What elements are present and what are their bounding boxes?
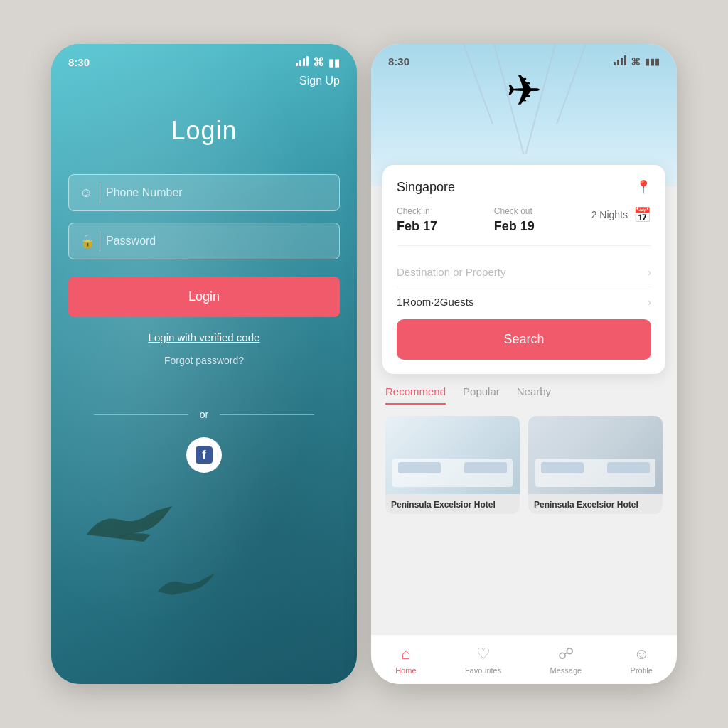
heart-icon: ♡: [476, 645, 491, 663]
destination-row[interactable]: Destination or Property ›: [397, 257, 651, 287]
property-card-2[interactable]: Peninsula Excelsior Hotel: [528, 416, 663, 514]
checkin-date: Feb 17: [397, 219, 494, 234]
checkout-block: Check out Feb 19: [494, 206, 592, 234]
battery-icon: ▮▮: [328, 57, 340, 68]
destination-text: Destination or Property: [397, 266, 505, 278]
nav-home[interactable]: ⌂ Home: [395, 645, 416, 675]
property-cards-row: Peninsula Excelsior Hotel Peninsula Exce…: [371, 410, 677, 520]
tabs-row: Recommend Popular Nearby: [371, 374, 677, 410]
login-title: Login: [51, 116, 357, 146]
lock-icon: 🔒: [80, 233, 95, 249]
nights-block: 2 Nights 📅: [592, 206, 651, 223]
calendar-icon: 📅: [633, 206, 651, 223]
app-container: 8:30 ⌘ ▮▮ Sign Up Login ☺: [23, 16, 705, 712]
status-bar-left: 8:30 ⌘ ▮▮: [51, 44, 357, 75]
status-bar-right: 8:30 ⌘ ▮▮▮: [371, 44, 677, 73]
login-phone: 8:30 ⌘ ▮▮ Sign Up Login ☺: [51, 44, 357, 684]
verified-code-link[interactable]: Login with verified code: [51, 331, 357, 343]
facebook-icon: f: [196, 446, 213, 464]
home-icon: ⌂: [401, 645, 410, 663]
search-button[interactable]: Search: [397, 319, 651, 360]
phone-input-group: ☺: [68, 174, 340, 211]
location-row: Singapore 📍: [397, 179, 651, 195]
tab-popular[interactable]: Popular: [463, 385, 500, 405]
status-icons-left: ⌘ ▮▮: [296, 55, 340, 69]
profile-icon: ☺: [633, 645, 649, 663]
login-button[interactable]: Login: [68, 277, 340, 317]
card-image-2: [528, 416, 663, 494]
tab-nearby[interactable]: Nearby: [517, 385, 551, 405]
nav-message-label: Message: [550, 666, 582, 675]
shark2-icon: [158, 570, 215, 599]
signal-icon-right: [614, 55, 626, 68]
location-pin-icon: 📍: [636, 179, 651, 195]
password-input[interactable]: [68, 223, 340, 259]
wifi-icon-right: ⌘: [631, 56, 641, 68]
tab-recommend[interactable]: Recommend: [385, 385, 446, 405]
input-divider: [100, 183, 100, 203]
signup-link[interactable]: Sign Up: [51, 75, 357, 87]
input-divider-2: [100, 231, 100, 251]
password-input-group: 🔒: [68, 223, 340, 259]
social-buttons: f: [51, 437, 357, 473]
nav-message[interactable]: ☍ Message: [550, 645, 582, 675]
search-card: Singapore 📍 Check in Feb 17 Check out Fe…: [382, 165, 665, 374]
card-image-1: [385, 416, 520, 494]
checkin-label: Check in: [397, 206, 494, 216]
or-text: or: [200, 409, 208, 420]
bottom-nav: ⌂ Home ♡ Favourites ☍ Message ☺ Profile: [371, 634, 677, 684]
time-left: 8:30: [68, 56, 90, 68]
signal-icon: [296, 56, 309, 68]
nav-profile[interactable]: ☺ Profile: [631, 645, 653, 675]
status-icons-right: ⌘ ▮▮▮: [614, 55, 660, 68]
property-name-2: Peninsula Excelsior Hotel: [528, 494, 663, 514]
chevron-right-icon: ›: [648, 267, 651, 278]
dates-row: Check in Feb 17 Check out Feb 19 2 Night…: [397, 206, 651, 246]
user-icon: ☺: [80, 186, 92, 200]
wifi-icon: ⌘: [313, 55, 324, 69]
location-text: Singapore: [397, 180, 455, 195]
time-right: 8:30: [388, 55, 410, 68]
rooms-row[interactable]: 1Room·2Guests ›: [397, 287, 651, 319]
nights-text: 2 Nights: [592, 209, 628, 220]
nav-favourites[interactable]: ♡ Favourites: [465, 645, 501, 675]
property-name-1: Peninsula Excelsior Hotel: [385, 494, 520, 514]
shark1-icon: [87, 499, 172, 542]
battery-icon-right: ▮▮▮: [645, 57, 660, 67]
checkout-date: Feb 19: [494, 219, 592, 234]
home-phone: ✈ 8:30 ⌘ ▮▮▮ Singapore 📍: [371, 44, 677, 684]
nav-favourites-label: Favourites: [465, 666, 501, 675]
checkout-label: Check out: [494, 206, 592, 216]
or-line-left: [94, 414, 188, 415]
rooms-text: 1Room·2Guests: [397, 296, 473, 308]
facebook-button[interactable]: f: [186, 437, 222, 473]
or-divider: or: [94, 409, 314, 420]
message-icon: ☍: [558, 645, 574, 663]
nav-home-label: Home: [395, 666, 416, 675]
property-card-1[interactable]: Peninsula Excelsior Hotel: [385, 416, 520, 514]
forgot-password-link[interactable]: Forgot password?: [51, 355, 357, 366]
checkin-block: Check in Feb 17: [397, 206, 494, 234]
nav-profile-label: Profile: [631, 666, 653, 675]
phone-input[interactable]: [68, 174, 340, 211]
or-line-right: [220, 414, 314, 415]
chevron-right-icon-2: ›: [648, 296, 651, 308]
